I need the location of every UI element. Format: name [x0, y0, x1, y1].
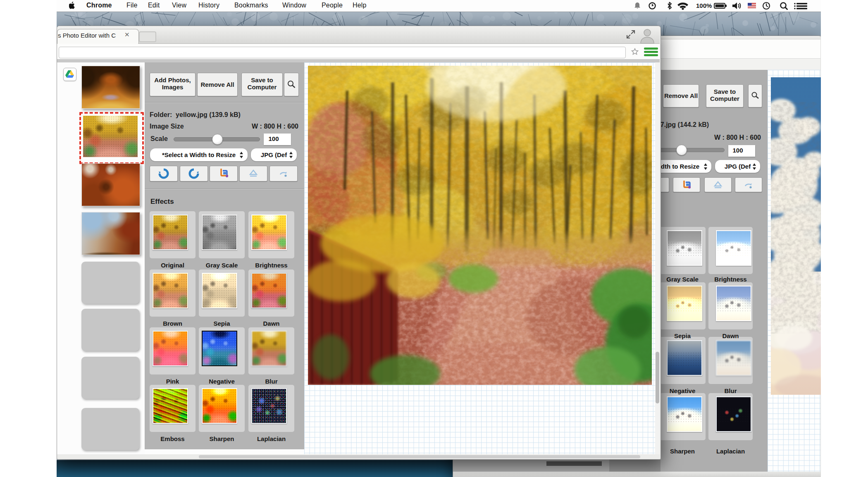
svg-text:100%: 100% [696, 2, 712, 9]
